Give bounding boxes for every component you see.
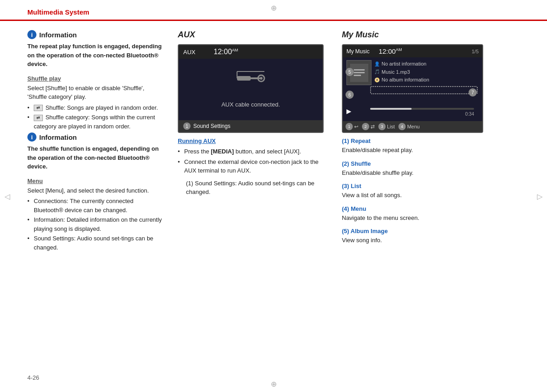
mm-bottom-item-4[interactable]: 4 Menu — [398, 123, 420, 130]
info-title-2: Information — [39, 133, 77, 141]
aux-steps-list: Press the [MEDIA] button, and select [AU… — [178, 147, 328, 175]
svg-point-3 — [260, 77, 263, 80]
mm-progress-fill — [370, 108, 412, 110]
left-column: i Information The repeat play function i… — [27, 30, 173, 254]
mm-num7-outline — [370, 86, 478, 94]
menu-bullet-list: Connections: The currently connected Blu… — [27, 197, 164, 252]
top-mark: ⊕ — [271, 4, 277, 12]
mm-bottom-bar: 1 ↩ 2 ⇄ 3 List 4 Menu — [343, 121, 482, 132]
bottom-mark: ⊕ — [271, 380, 277, 388]
mymusic-title: My Music — [342, 30, 520, 40]
mm-btn-icon-2: ⇄ — [371, 124, 375, 130]
shuffle-bullet-1: ⇄ Shuffle: Songs are played in random or… — [27, 103, 164, 112]
left-mark: ◁ — [5, 192, 10, 200]
aux-btn-num: 1 — [183, 122, 191, 130]
menu-text: Select [Menu], and select the desired fu… — [27, 186, 164, 195]
mymusic-item-1: (1) Repeat Enable/disable repeat play. — [342, 137, 520, 155]
mm-progress-bar[interactable] — [370, 108, 474, 110]
info-header-2: i Information — [27, 132, 164, 142]
info-box-1: i Information The repeat play function i… — [27, 30, 164, 69]
mymusic-screen: My Music 12:00AM 1/5 5 6 — [342, 44, 483, 133]
mm-btn-num-4: 4 — [398, 123, 406, 130]
menu-bullet-3: Sound Settings: Audio sound set-tings ca… — [27, 234, 164, 252]
mm-bottom-item-3[interactable]: 3 List — [378, 123, 395, 130]
aux-step-1: Press the [MEDIA] button, and select [AU… — [178, 147, 328, 156]
item-heading-5: (5) Album Image — [342, 228, 520, 234]
item-text-1: Enable/disable repeat play. — [342, 146, 520, 155]
mymusic-section: My Music My Music 12:00AM 1/5 5 6 — [337, 30, 520, 254]
media-bold: [MEDIA] — [211, 148, 234, 155]
shuffle-text: Select [Shuffle] to enable or disable 'S… — [27, 84, 164, 102]
shuffle-bullet-2: ⇄ Shuffle category: Songs within the cur… — [27, 113, 164, 131]
aux-section: AUX AUX 12:00AM — [173, 30, 337, 254]
aux-screen-header: AUX 12:00AM — [179, 45, 323, 59]
shuffle-bullet-list: ⇄ Shuffle: Songs are played in random or… — [27, 103, 164, 131]
page-title: Multimedia System — [27, 8, 89, 16]
track-row-song: 🎵 Music 1.mp3 — [374, 68, 429, 76]
item-heading-1: (1) Repeat — [342, 137, 520, 144]
item-text-2: Enable/disable shuffle play. — [342, 168, 520, 178]
mm-btn-label-4: Menu — [407, 124, 420, 129]
shuffle-cat-icon: ⇄ — [34, 115, 43, 121]
svg-rect-8 — [354, 72, 365, 73]
mymusic-item-2: (2) Shuffle Enable/disable shuffle play. — [342, 160, 520, 178]
album-icon: 📀 — [374, 76, 380, 84]
mm-count: 1/5 — [472, 49, 479, 54]
mm-btn-icon-1: ↩ — [354, 124, 358, 130]
no-album-text: No album information — [382, 76, 429, 84]
mm-num6: 6 — [346, 91, 354, 99]
menu-heading: Menu — [27, 178, 164, 184]
aux-sound-settings-btn[interactable]: Sound Settings — [193, 123, 230, 129]
mm-bottom-item-1[interactable]: 1 ↩ — [346, 123, 358, 130]
track-info: 👤 No artist information 🎵 Music 1.mp3 📀 … — [374, 60, 429, 85]
aux-ampm: AM — [232, 48, 238, 52]
info-icon-1: i — [27, 30, 36, 39]
track-row-artist: 👤 No artist information — [374, 60, 429, 68]
mm-btn-num-1: 1 — [346, 123, 353, 130]
svg-rect-9 — [354, 75, 361, 76]
music-icon: 🎵 — [374, 68, 380, 76]
aux-content-area: AUX cable connected. — [179, 59, 323, 113]
aux-button-bar[interactable]: 1 Sound Settings — [179, 120, 323, 132]
person-icon: 👤 — [374, 61, 380, 68]
mm-bottom-item-2[interactable]: 2 ⇄ — [362, 123, 375, 130]
mm-btn-num-2: 2 — [362, 123, 369, 130]
menu-bullet-1: Connections: The currently connected Blu… — [27, 197, 164, 214]
mymusic-item-3: (3) List View a list of all songs. — [342, 183, 520, 200]
mymusic-item-5: (5) Album Image View song info. — [342, 228, 520, 245]
info-title-1: Information — [39, 31, 77, 39]
aux-time-value: 12:00 — [214, 48, 232, 56]
item-heading-2: (2) Shuffle — [342, 160, 520, 167]
song-name-text: Music 1.mp3 — [382, 68, 410, 76]
mm-play-icon[interactable]: ▶ — [346, 107, 351, 115]
mm-btn-label-3: List — [387, 124, 395, 129]
mm-num7: 7 — [469, 88, 477, 97]
aux-screen: AUX 12:00AM AUX cable — [178, 44, 324, 133]
running-aux-title: Running AUX — [178, 137, 328, 144]
menu-bullet-2: Information: Detailed information on the… — [27, 215, 164, 233]
aux-cable-icon — [235, 65, 267, 97]
mm-btn-num-3: 3 — [378, 123, 386, 130]
mm-progress-area: 0:34 — [356, 106, 478, 118]
mm-time: 12:00AM — [379, 47, 402, 55]
page-number: 4-26 — [27, 374, 39, 381]
item-heading-3: (3) List — [342, 183, 520, 189]
info-body-2: The shuffle function is engaged, dependi… — [27, 144, 164, 171]
aux-title: AUX — [178, 30, 328, 40]
right-mark: ▷ — [537, 192, 542, 200]
item-heading-4: (4) Menu — [342, 205, 520, 212]
no-artist-text: No artist information — [382, 60, 426, 68]
aux-screen-time: 12:00AM — [214, 48, 238, 56]
item-text-4: Navigate to the menu screen. — [342, 214, 520, 223]
item-text-5: View song info. — [342, 236, 520, 245]
mymusic-item-4: (4) Menu Navigate to the menu screen. — [342, 205, 520, 223]
aux-screen-label: AUX — [183, 49, 196, 56]
aux-connected-text: AUX cable connected. — [222, 101, 280, 108]
info-icon-2: i — [27, 132, 36, 142]
aux-step-2: Connect the external device con-nection … — [178, 158, 328, 175]
svg-rect-0 — [237, 76, 251, 81]
mm-num5: 5 — [346, 68, 354, 76]
info-header-1: i Information — [27, 30, 164, 39]
svg-rect-7 — [354, 69, 365, 71]
shuffle-icon: ⇄ — [34, 105, 43, 111]
